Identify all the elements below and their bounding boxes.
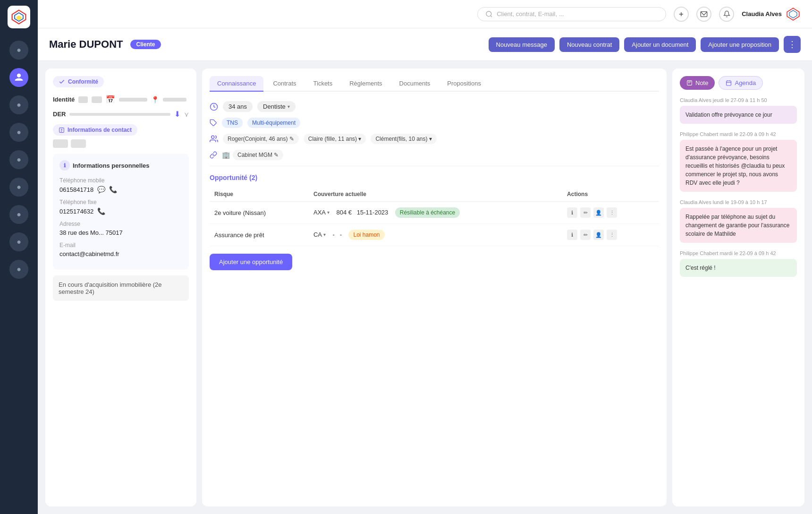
svg-point-11 [211,136,214,138]
der-row: DER ⬇ ⋎ [53,110,189,119]
sidebar-item-8[interactable]: ● [9,260,28,279]
insurer-1-select[interactable]: AXA ▾ [313,209,330,216]
calendar-icon: 📅 [106,95,115,104]
tab-propositions[interactable]: Propositions [440,76,489,92]
tag-multi: Multi-équipement [247,118,300,128]
note-entry-2: Philippe Chabert mardi le 22-09 à 09 h 4… [680,131,797,192]
cabinet-row: 🏢 Cabinet MGM ✎ [210,150,659,160]
tag-icon [210,119,217,127]
note-author-3: Claudia Alves [680,199,711,205]
sidebar-item-3[interactable]: ● [9,123,28,142]
note-bubble-3: Rappelée par téléphone au sujet du chang… [680,208,797,243]
tab-note-label: Note [695,79,708,86]
add-opportunite-button[interactable]: Ajouter une opportunité [210,254,292,270]
contact-action-1[interactable] [53,139,68,148]
note-meta-1: Claudia Alves jeudi le 27-09 à 11 h 50 [680,97,797,103]
couverture-1: AXA ▾ 804 € 15-11-2023 Résiliable à éché… [309,202,562,224]
divider [210,166,659,166]
person-action-1[interactable]: 👤 [593,207,604,218]
tab-reglements[interactable]: Règlements [342,76,389,92]
tab-contrats[interactable]: Contrats [265,76,304,92]
main-container: Client, contrat, E-mail, ... Claudia Alv… [38,0,812,514]
note-meta-4: Philippe Chabert mardi le 22-09 à 09 h 4… [680,250,797,256]
header-actions: Nouveau message Nouveau contrat Ajouter … [489,36,801,53]
tel-fixe-value: 0125174632 📞 [59,207,182,215]
bell-icon [723,10,730,17]
insurer-2-select[interactable]: CA ▾ [313,231,326,238]
sidebar-item-contacts[interactable] [9,68,28,87]
user-menu[interactable]: Claudia Alves [742,7,801,22]
building-icon: 🏢 [222,151,230,159]
right-tabs: Note Agenda [680,76,797,90]
edit-action-2[interactable]: ✏ [580,230,591,240]
right-panel: Note Agenda Claudia Alves jeudi le 27-09… [672,69,804,506]
actions-1: ℹ ✏ 👤 ⋮ [562,202,659,224]
profession-pill[interactable]: Dentiste ▾ [257,101,296,112]
info-contact-label: Informations de contact [68,127,132,133]
tab-documents[interactable]: Documents [392,76,438,92]
cabinet-pill[interactable]: Cabinet MGM ✎ [233,150,283,160]
info-section-title: ℹ Informations personnelles [59,160,182,171]
tab-agenda[interactable]: Agenda [719,76,763,90]
sidebar-item-2[interactable]: ● [9,95,28,114]
note-text-2: Est passée à l'agence pour un projet d'a… [685,146,785,186]
download-icon[interactable]: ⬇ [174,110,180,119]
ajouter-proposition-button[interactable]: Ajouter une proposition [701,37,779,52]
tab-connaissance[interactable]: Connaissance [210,76,263,92]
note-bubble-2: Est passée à l'agence pour un projet d'a… [680,140,797,192]
sidebar-item-5[interactable]: ● [9,178,28,197]
search-bar[interactable]: Client, contrat, E-mail, ... [477,7,666,21]
family-clement[interactable]: Clément(fils, 10 ans) ▾ [371,134,436,144]
info-action-2[interactable]: ℹ [567,230,577,240]
info-perso-title: Informations personnelles [73,162,150,169]
coverage-1-amount: 804 € [336,209,352,216]
sidebar-item-7[interactable]: ● [9,232,28,251]
info-contact-badge: Informations de contact [53,124,137,136]
filter-icon[interactable]: ⋎ [184,111,189,118]
more-action-2[interactable]: ⋮ [607,230,617,240]
user-name: Claudia Alves [742,10,782,17]
note-author-2: Philippe Chabert [680,131,718,137]
opportunities-table: Risque Couverture actuelle Actions 2e vo… [210,187,659,246]
info-action-1[interactable]: ℹ [567,207,577,218]
more-action-1[interactable]: ⋮ [607,207,617,218]
risque-2: Assurance de prêt [210,224,309,246]
call-icon[interactable]: 📞 [109,186,117,193]
note-icon [686,80,693,86]
tel-mobile-label: Téléphone mobile [59,177,182,184]
sidebar-item-6[interactable]: ● [9,205,28,224]
profession-chevron: ▾ [288,104,290,109]
add-button[interactable] [674,7,689,22]
info-personnelles-section: ℹ Informations personnelles Téléphone mo… [53,154,189,270]
tab-note[interactable]: Note [680,76,715,90]
nouveau-contrat-button[interactable]: Nouveau contrat [559,37,619,52]
toggle-icon[interactable] [92,96,102,103]
conformite-badge: Conformité [53,76,104,87]
col-risque: Risque [210,187,309,202]
family-claire[interactable]: Claire (fille, 11 ans) ▾ [304,134,366,144]
person-action-2[interactable]: 👤 [593,230,604,240]
mail-button[interactable] [696,7,711,22]
row-actions-1: ℹ ✏ 👤 ⋮ [567,207,654,218]
call-fixe-icon[interactable]: 📞 [97,207,105,215]
adresse-value: 38 rue des Mo... 75017 [59,229,182,236]
sidebar-item-4[interactable]: ● [9,150,28,169]
nouveau-message-button[interactable]: Nouveau message [489,37,555,52]
sidebar-item-1[interactable]: ● [9,41,28,60]
id-card-icon [78,96,88,103]
family-roger[interactable]: Roger(Conjoint, 46 ans) ✎ [223,134,299,144]
status-badge: Cliente [130,40,161,49]
edit-action-1[interactable]: ✏ [580,207,591,218]
check-icon [59,78,65,85]
identite-row: Identité 📅 📍 [53,95,189,104]
tab-tickets[interactable]: Tickets [306,76,340,92]
ajouter-document-button[interactable]: Ajouter un document [624,37,696,52]
contact-action-2[interactable] [71,139,86,148]
more-actions-button[interactable]: ⋮ [784,36,801,53]
coverage-2-date: - [340,231,342,238]
info-icon: ℹ [59,160,70,171]
bell-button[interactable] [719,7,734,22]
col-couverture: Couverture actuelle [309,187,562,202]
svg-rect-5 [787,7,800,21]
chat-icon[interactable]: 💬 [97,186,105,193]
